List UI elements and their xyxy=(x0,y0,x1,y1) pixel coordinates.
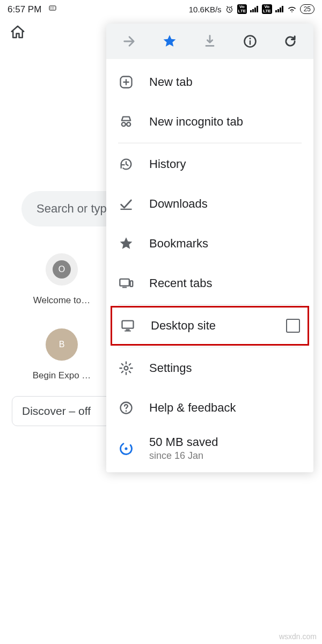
volte-icon-1: VoLTE xyxy=(237,4,247,14)
data-saved-text: 50 MB saved since 16 Jan xyxy=(149,435,218,462)
menu-body: New tab New incognito tab History Downlo… xyxy=(106,59,313,472)
menu-item-incognito[interactable]: New incognito tab xyxy=(106,102,313,142)
watermark: wsxdn.com xyxy=(279,632,317,641)
menu-item-bookmarks[interactable]: Bookmarks xyxy=(106,224,313,264)
svg-rect-21 xyxy=(125,331,131,332)
home-icon[interactable] xyxy=(10,24,26,42)
svg-rect-19 xyxy=(122,321,134,328)
new-tab-icon xyxy=(118,74,134,90)
menu-item-label: Help & feedback xyxy=(149,401,236,415)
svg-rect-20 xyxy=(126,329,130,330)
svg-rect-10 xyxy=(250,40,251,45)
help-icon xyxy=(118,400,134,416)
tile-letter: O xyxy=(53,260,71,279)
menu-item-label: Settings xyxy=(149,361,192,375)
svg-point-22 xyxy=(125,367,128,370)
svg-rect-15 xyxy=(121,209,132,210)
menu-separator xyxy=(118,304,302,305)
forward-button[interactable] xyxy=(113,25,145,57)
menu-separator xyxy=(118,143,302,143)
menu-item-label: New incognito tab xyxy=(149,115,243,129)
menu-item-downloads[interactable]: Downloads xyxy=(106,184,313,224)
menu-item-label: Recent tabs xyxy=(149,276,212,290)
signal-icon-2 xyxy=(275,6,284,12)
desktop-icon xyxy=(120,318,136,334)
menu-item-label: New tab xyxy=(149,75,193,89)
data-saved-amount: 50 MB saved xyxy=(149,435,218,449)
desktop-site-checkbox[interactable] xyxy=(286,319,300,333)
discover-label: Discover – off xyxy=(22,405,91,418)
incognito-icon xyxy=(118,114,134,130)
svg-rect-17 xyxy=(130,281,133,287)
menu-item-label: Downloads xyxy=(149,197,208,211)
info-button[interactable] xyxy=(234,25,266,57)
menu-item-data-saved[interactable]: 50 MB saved since 16 Jan xyxy=(106,428,313,462)
tile-letter: B xyxy=(46,328,78,361)
menu-item-label: Desktop site xyxy=(151,319,216,333)
shortcut-tile[interactable]: B Begin Expo … xyxy=(27,328,97,381)
status-bar: 6:57 PM 10.6KB/s VoLTE VoLTE 25 xyxy=(0,0,322,18)
status-time-text: 6:57 PM xyxy=(8,4,41,14)
svg-point-26 xyxy=(125,447,127,450)
menu-item-history[interactable]: History xyxy=(106,144,313,184)
tile-label: Begin Expo … xyxy=(33,370,91,381)
keyboard-icon xyxy=(48,4,57,12)
wifi-icon xyxy=(287,4,297,14)
status-right: 10.6KB/s VoLTE VoLTE 25 xyxy=(189,4,314,14)
menu-icon-row xyxy=(106,24,313,59)
reload-button[interactable] xyxy=(274,25,306,57)
status-netspeed: 10.6KB/s xyxy=(189,5,222,14)
shortcut-tile[interactable]: O Welcome to… xyxy=(27,253,97,306)
svg-point-3 xyxy=(53,7,54,8)
data-saver-icon xyxy=(118,441,134,456)
download-button[interactable] xyxy=(194,25,226,57)
downloads-check-icon xyxy=(118,196,134,212)
menu-item-settings[interactable]: Settings xyxy=(106,348,313,388)
menu-item-label: Bookmarks xyxy=(149,237,208,251)
overflow-menu: New tab New incognito tab History Downlo… xyxy=(106,24,313,472)
menu-item-desktop-site[interactable]: Desktop site xyxy=(112,308,308,344)
svg-point-1 xyxy=(50,7,51,8)
menu-separator xyxy=(118,347,302,347)
svg-point-6 xyxy=(53,8,54,9)
svg-point-13 xyxy=(122,122,126,126)
svg-point-2 xyxy=(52,7,53,8)
bookmark-star-button[interactable] xyxy=(153,25,186,57)
gear-icon xyxy=(118,360,134,376)
svg-point-11 xyxy=(249,38,251,39)
svg-point-24 xyxy=(126,410,127,412)
svg-rect-18 xyxy=(122,287,127,288)
svg-rect-0 xyxy=(49,6,56,10)
menu-item-new-tab[interactable]: New tab xyxy=(106,62,313,102)
status-time: 6:57 PM xyxy=(8,4,57,15)
svg-point-14 xyxy=(127,122,130,126)
tile-label: Welcome to… xyxy=(33,295,90,306)
svg-point-5 xyxy=(52,8,53,9)
search-placeholder: Search or type xyxy=(36,202,113,216)
menu-item-recent-tabs[interactable]: Recent tabs xyxy=(106,264,313,303)
menu-item-help[interactable]: Help & feedback xyxy=(106,388,313,428)
svg-rect-16 xyxy=(120,279,129,286)
desktop-site-highlight: Desktop site xyxy=(111,306,309,346)
svg-rect-8 xyxy=(206,45,214,47)
data-saved-since: since 16 Jan xyxy=(149,450,218,462)
recent-tabs-icon xyxy=(118,275,134,291)
signal-icon-1 xyxy=(250,6,259,12)
menu-item-label: History xyxy=(149,157,186,171)
alarm-icon xyxy=(225,5,234,14)
bookmarks-star-icon xyxy=(118,236,134,252)
volte-icon-2: VoLTE xyxy=(262,4,272,14)
svg-point-4 xyxy=(50,8,51,9)
history-icon xyxy=(118,156,134,172)
battery-indicator: 25 xyxy=(300,4,314,14)
